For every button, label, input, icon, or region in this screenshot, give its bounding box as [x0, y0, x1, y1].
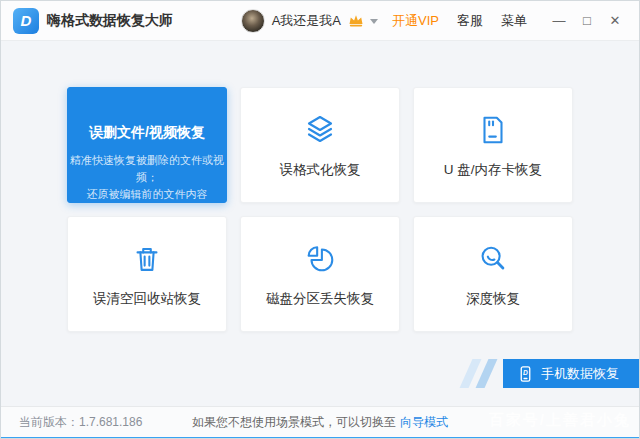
wizard-mode-link[interactable]: 向导模式 [400, 415, 448, 429]
title-bar: D 嗨格式数据恢复大师 A我还是我A 开通VIP 客服 菜单 — □ ✕ [1, 1, 639, 41]
layers-icon [302, 112, 338, 148]
phone-recovery-area: D 手机数据恢复 [466, 359, 639, 388]
card-format-recovery[interactable]: 误格式化恢复 [240, 87, 400, 203]
card-deleted-file-video-recovery[interactable]: 误删文件/视频恢复 精准快速恢复被删除的文件或视频； 还原被编辑前的文件内容 [67, 87, 227, 203]
username: A我还是我A [272, 12, 341, 30]
phone-button-label: 手机数据恢复 [541, 365, 619, 383]
user-avatar[interactable] [241, 9, 265, 33]
phone-data-recovery-button[interactable]: D 手机数据恢复 [503, 359, 639, 388]
main-area: 误删文件/视频恢复 精准快速恢复被删除的文件或视频； 还原被编辑前的文件内容 误… [1, 41, 639, 406]
svg-text:D: D [523, 369, 528, 376]
pie-chart-icon [303, 241, 337, 277]
window-controls: — □ ✕ [545, 8, 629, 34]
recovery-mode-grid: 误删文件/视频恢复 精准快速恢复被删除的文件或视频； 还原被编辑前的文件内容 误… [1, 41, 639, 332]
card-title: 误删文件/视频恢复 [89, 124, 205, 142]
card-usb-memory-card-recovery[interactable]: U 盘/内存卡恢复 [413, 87, 573, 203]
phone-icon: D [517, 365, 534, 383]
app-logo-icon: D [13, 8, 39, 34]
menu-button[interactable]: 菜单 [501, 12, 527, 30]
card-deep-recovery[interactable]: 深度恢复 [413, 216, 573, 332]
search-icon [476, 241, 510, 277]
watermark: 百家号/上善君小兔 [489, 411, 631, 430]
crown-icon [348, 14, 364, 27]
app-title: 嗨格式数据恢复大师 [47, 12, 173, 30]
card-description: 精准快速恢复被删除的文件或视频； 还原被编辑前的文件内容 [68, 152, 226, 203]
card-label: 误清空回收站恢复 [93, 290, 201, 308]
open-vip-button[interactable]: 开通VIP [392, 12, 439, 30]
minimize-button[interactable]: — [545, 8, 573, 34]
customer-service-button[interactable]: 客服 [457, 12, 483, 30]
chevron-down-icon[interactable] [370, 19, 378, 24]
titlebar-right: A我还是我A 开通VIP 客服 菜单 — □ ✕ [241, 8, 629, 34]
card-label: U 盘/内存卡恢复 [444, 161, 542, 179]
sd-card-icon [476, 112, 510, 148]
version-info: 当前版本：1.7.681.186 [1, 414, 142, 431]
maximize-button[interactable]: □ [573, 8, 601, 34]
card-label: 磁盘分区丢失恢复 [266, 290, 374, 308]
card-label: 误格式化恢复 [280, 161, 361, 179]
trash-icon [130, 241, 164, 277]
mode-hint: 如果您不想使用场景模式，可以切换至向导模式 [192, 414, 448, 431]
status-bar: 当前版本：1.7.681.186 如果您不想使用场景模式，可以切换至向导模式 百… [1, 406, 639, 439]
card-recycle-bin-recovery[interactable]: 误清空回收站恢复 [67, 216, 227, 332]
card-partition-loss-recovery[interactable]: 磁盘分区丢失恢复 [240, 216, 400, 332]
card-label: 深度恢复 [466, 290, 520, 308]
close-button[interactable]: ✕ [601, 8, 629, 34]
